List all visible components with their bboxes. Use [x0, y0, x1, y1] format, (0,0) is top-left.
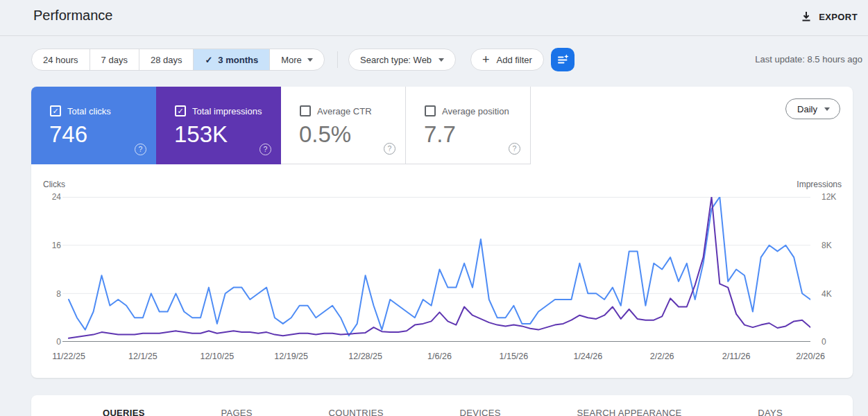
x-axis-tick: 2/11/26: [722, 352, 751, 361]
metric-label: Total impressions: [192, 106, 262, 116]
tab-countries[interactable]: COUNTRIES: [329, 408, 384, 416]
help-icon[interactable]: ?: [135, 144, 146, 155]
tab-search-appearance[interactable]: SEARCH APPEARANCE: [577, 408, 682, 416]
range-button-28-days[interactable]: 28 days: [139, 49, 194, 70]
range-button-label: More: [281, 55, 302, 65]
metric-tile-average-position[interactable]: Average position7.7?: [406, 87, 531, 164]
y-axis-tick-left: 0: [31, 337, 61, 347]
x-axis-tick: 1/24/26: [573, 352, 602, 361]
metric-label: Average CTR: [317, 106, 372, 116]
timeseries-chart[interactable]: [62, 197, 810, 342]
x-axis-tick: 2/2/26: [650, 352, 674, 361]
x-axis-tick: 2/20/26: [796, 352, 825, 361]
series-line-impressions: [69, 197, 810, 338]
x-axis-tick: 1/15/26: [500, 352, 529, 361]
right-axis-title: Impressions: [797, 180, 842, 189]
tune-sparkle-icon: [556, 53, 570, 67]
metric-label: Total clicks: [67, 106, 111, 116]
metric-value: 746: [49, 121, 87, 148]
add-filter-label: Add filter: [497, 55, 532, 65]
checkbox-checked[interactable]: ✓: [50, 105, 61, 116]
chevron-down-icon: [439, 58, 444, 62]
checkbox-unchecked[interactable]: [425, 105, 436, 116]
x-axis-tick: 11/22/25: [52, 352, 85, 361]
metric-value: 7.7: [424, 121, 456, 148]
range-button-label: 24 hours: [43, 55, 78, 65]
toolbar-separator: [337, 51, 338, 68]
performance-chart-card: ✓Total clicks746?✓Total impressions153K?…: [31, 87, 853, 378]
metric-label: Average position: [442, 106, 509, 116]
range-button-3-months[interactable]: ✓3 months: [193, 49, 269, 70]
export-button[interactable]: EXPORT: [800, 8, 858, 26]
help-icon[interactable]: ?: [509, 143, 520, 155]
check-icon: ✓: [205, 55, 212, 65]
metric-tile-header: ✓Total clicks: [50, 105, 111, 116]
tab-days[interactable]: DAYS: [758, 408, 783, 416]
metric-tile-total-impressions[interactable]: ✓Total impressions153K?: [156, 87, 281, 164]
y-axis-tick-right: 0: [822, 337, 826, 347]
dimension-table-card: QUERIESPAGESCOUNTRIESDEVICESSEARCH APPEA…: [31, 395, 853, 416]
y-axis-tick-left: 16: [31, 241, 61, 250]
y-axis-tick-left: 8: [31, 289, 61, 299]
metric-value: 153K: [174, 121, 228, 148]
tab-devices[interactable]: DEVICES: [460, 408, 501, 416]
last-update-text: Last update: 8.5 hours ago: [755, 49, 862, 71]
range-button-label: 28 days: [151, 55, 182, 65]
metric-tile-header: Average CTR: [300, 105, 372, 116]
series-line-clicks: [69, 197, 810, 336]
download-icon: [800, 10, 812, 23]
filter-tune-button[interactable]: [551, 48, 575, 71]
x-axis-tick: 12/1/25: [128, 352, 158, 361]
granularity-label: Daily: [797, 104, 817, 114]
x-axis-tick: 1/6/26: [427, 352, 452, 361]
y-axis-tick-left: 24: [31, 192, 61, 202]
add-filter-button[interactable]: + Add filter: [470, 49, 544, 71]
date-range-group: 24 hours7 days28 days✓3 monthsMore: [31, 49, 325, 71]
checkbox-checked[interactable]: ✓: [175, 105, 186, 116]
range-button-label: 3 months: [218, 55, 258, 65]
metric-tile-total-clicks[interactable]: ✓Total clicks746?: [31, 87, 156, 164]
metric-tile-header: Average position: [425, 105, 509, 116]
tab-pages[interactable]: PAGES: [221, 408, 252, 416]
y-axis-tick-right: 8K: [822, 241, 832, 250]
y-axis-tick-right: 12K: [822, 192, 836, 202]
x-axis-tick: 12/19/25: [274, 352, 308, 361]
left-axis-title: Clicks: [43, 180, 65, 189]
checkbox-unchecked[interactable]: [300, 105, 311, 116]
x-axis-tick: 12/28/25: [348, 352, 382, 361]
header-divider: [0, 35, 868, 36]
dimension-tabs: QUERIESPAGESCOUNTRIESDEVICESSEARCH APPEA…: [31, 395, 853, 416]
range-button-24-hours[interactable]: 24 hours: [32, 49, 90, 70]
help-icon[interactable]: ?: [259, 144, 271, 155]
metric-tile-header: ✓Total impressions: [175, 105, 262, 116]
range-button-7-days[interactable]: 7 days: [90, 49, 139, 70]
metric-value: 0.5%: [299, 121, 351, 148]
search-type-dropdown[interactable]: Search type: Web: [348, 49, 456, 71]
chevron-down-icon: [824, 107, 830, 111]
plus-icon: +: [482, 53, 490, 66]
metric-tiles: ✓Total clicks746?✓Total impressions153K?…: [31, 87, 531, 164]
range-button-label: 7 days: [101, 55, 128, 65]
y-axis-tick-right: 4K: [822, 289, 832, 299]
range-button-more[interactable]: More: [269, 49, 324, 70]
granularity-dropdown[interactable]: Daily: [785, 98, 840, 119]
metric-tile-average-ctr[interactable]: Average CTR0.5%?: [281, 87, 406, 164]
help-icon[interactable]: ?: [384, 143, 395, 155]
tab-queries[interactable]: QUERIES: [103, 408, 145, 416]
search-type-label: Search type: Web: [360, 55, 432, 65]
chevron-down-icon: [307, 58, 313, 62]
page-title: Performance: [33, 8, 113, 24]
x-axis-tick: 12/10/25: [200, 352, 234, 361]
export-label: EXPORT: [819, 12, 858, 22]
